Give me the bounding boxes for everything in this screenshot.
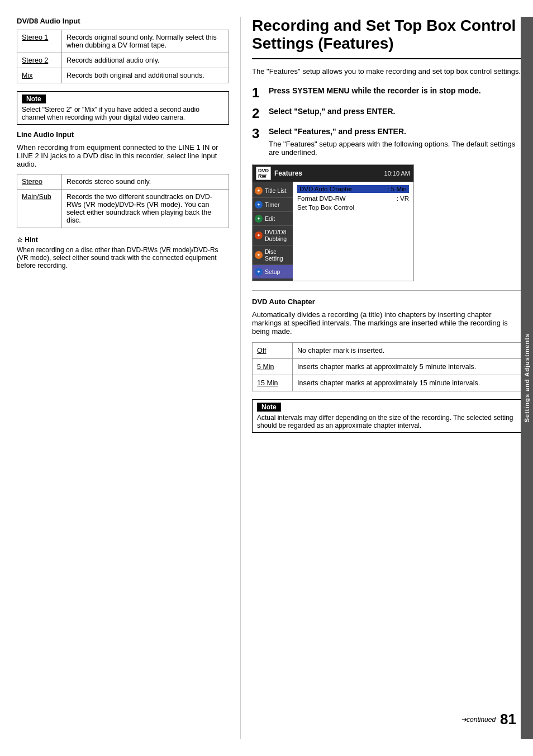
note-box-1: Note Select "Stereo 2" or "Mix" if you h… bbox=[17, 91, 229, 125]
table-row: 15 MinInserts chapter marks at approxima… bbox=[253, 375, 522, 391]
line-audio-intro: When recording from equipment connected … bbox=[17, 143, 229, 168]
line-audio-heading: Line Audio Input bbox=[17, 130, 229, 139]
step-1-number: 1 bbox=[252, 86, 263, 100]
features-sidebar: ●Title List●Timer●Edit●DVD/D8 Dubbing●Di… bbox=[253, 182, 293, 281]
step-2-text: Select "Setup," and press ENTER. bbox=[269, 106, 395, 117]
features-menu-body: ●Title List●Timer●Edit●DVD/D8 Dubbing●Di… bbox=[253, 182, 413, 281]
step-1: 1 Press SYSTEM MENU while the recorder i… bbox=[252, 86, 522, 100]
sidebar-item-title-list: ●Title List bbox=[253, 184, 293, 198]
row-desc: Inserts chapter marks at approximately 1… bbox=[293, 375, 522, 391]
chapter-table: OffNo chapter mark is inserted.5 MinInse… bbox=[252, 342, 522, 391]
sidebar-item-timer: ●Timer bbox=[253, 198, 293, 212]
dvd-icon: DVDRW bbox=[256, 167, 271, 180]
step-3-number: 3 bbox=[252, 126, 263, 141]
row-desc: Records original sound only. Normally se… bbox=[62, 30, 229, 53]
row-desc: Records the two different soundtracks on… bbox=[62, 190, 229, 228]
table-row: Stereo 2Records additional audio only. bbox=[17, 53, 229, 68]
row-desc: Inserts chapter marks at approximately 5… bbox=[293, 358, 522, 375]
dvd-auto-chapter-desc: Automatically divides a recording (a tit… bbox=[252, 310, 522, 336]
step-1-text: Press SYSTEM MENU while the recorder is … bbox=[269, 86, 481, 97]
dvd-auto-chapter-heading: DVD Auto Chapter bbox=[252, 297, 522, 306]
content-label: Set Top Box Control bbox=[297, 204, 354, 211]
features-menu-header: DVDRW Features 10:10 AM bbox=[253, 165, 413, 182]
sidebar-item-dvd/d8-dubbing: ●DVD/D8 Dubbing bbox=[253, 226, 293, 245]
step-3-sub: The "Features" setup appears with the fo… bbox=[269, 140, 522, 157]
sidebar-item-label: Title List bbox=[265, 187, 287, 194]
content-label: Format DVD-RW bbox=[297, 195, 346, 202]
table-row: MixRecords both original and additional … bbox=[17, 68, 229, 83]
note-text-1: Select "Stereo 2" or "Mix" if you have a… bbox=[22, 106, 224, 121]
row-label: Stereo 1 bbox=[17, 30, 62, 53]
features-menu-time: 10:10 AM bbox=[384, 170, 410, 177]
hint-section: ☆ Hint When recording on a disc other th… bbox=[17, 236, 229, 270]
hint-text: When recording on a disc other than DVD-… bbox=[17, 246, 229, 270]
row-label: Stereo 2 bbox=[17, 53, 62, 68]
sidebar-item-label: Disc Setting bbox=[265, 248, 291, 262]
left-column: DV/D8 Audio Input Stereo 1Records origin… bbox=[0, 17, 240, 739]
row-desc: Records both original and additional sou… bbox=[62, 68, 229, 83]
features-content-row: DVD Auto Chapter: 5 Min bbox=[297, 185, 409, 193]
sidebar-item-label: Timer bbox=[265, 201, 279, 208]
note-text-2: Actual intervals may differ depending on… bbox=[257, 414, 517, 429]
features-content: DVD Auto Chapter: 5 MinFormat DVD-RW: VR… bbox=[293, 182, 413, 281]
table-row: OffNo chapter mark is inserted. bbox=[253, 342, 522, 358]
sidebar-icon: ● bbox=[255, 231, 263, 239]
sidebar-icon: ● bbox=[255, 201, 263, 209]
table-row: Stereo 1Records original sound only. Nor… bbox=[17, 30, 229, 53]
note-label-1: Note bbox=[22, 94, 46, 103]
table-row: 5 MinInserts chapter marks at approximat… bbox=[253, 358, 522, 375]
row-label: Stereo bbox=[17, 174, 62, 190]
sidebar-item-label: Edit bbox=[265, 215, 275, 222]
intro-text: The "Features" setup allows you to make … bbox=[252, 67, 522, 75]
page-title: Recording and Set Top Box Control Settin… bbox=[252, 17, 522, 59]
hint-title: ☆ Hint bbox=[17, 236, 229, 244]
row-label: Mix bbox=[17, 68, 62, 83]
sidebar-icon: ● bbox=[255, 268, 263, 276]
dv-d8-heading: DV/D8 Audio Input bbox=[17, 17, 229, 25]
section-divider bbox=[252, 290, 522, 291]
features-content-row: Set Top Box Control bbox=[297, 204, 409, 211]
features-menu-title: Features bbox=[274, 169, 384, 177]
row-desc: Records stereo sound only. bbox=[62, 174, 229, 190]
sidebar-item-label: Setup bbox=[265, 268, 280, 275]
row-desc: Records additional audio only. bbox=[62, 53, 229, 68]
steps-list: 1 Press SYSTEM MENU while the recorder i… bbox=[252, 86, 522, 156]
note-label-2: Note bbox=[257, 403, 281, 412]
step-2: 2 Select "Setup," and press ENTER. bbox=[252, 106, 522, 121]
sidebar-item-label: DVD/D8 Dubbing bbox=[265, 229, 291, 242]
features-content-row: Format DVD-RW: VR bbox=[297, 195, 409, 202]
row-label: 5 Min bbox=[253, 358, 293, 375]
row-label: Main/Sub bbox=[17, 190, 62, 228]
dv-audio-table: Stereo 1Records original sound only. Nor… bbox=[17, 30, 229, 83]
page-number: 81 bbox=[500, 711, 516, 728]
sidebar-item-setup: ●Setup bbox=[253, 265, 293, 278]
content-label: DVD Auto Chapter bbox=[299, 186, 353, 192]
sidebar-icon: ● bbox=[255, 215, 263, 223]
step-2-number: 2 bbox=[252, 106, 263, 121]
sidebar-icon: ● bbox=[255, 251, 263, 259]
right-column: Recording and Set Top Box Control Settin… bbox=[240, 17, 533, 739]
row-desc: No chapter mark is inserted. bbox=[293, 342, 522, 358]
row-label: Off bbox=[253, 342, 293, 358]
page: DV/D8 Audio Input Stereo 1Records origin… bbox=[0, 0, 533, 756]
sidebar-icon: ● bbox=[255, 187, 263, 195]
continued-label: ➔continued bbox=[461, 716, 496, 724]
sidebar-label-text: Settings and Adjustments bbox=[524, 333, 530, 422]
note-box-2: Note Actual intervals may differ dependi… bbox=[252, 399, 522, 433]
sidebar-item-edit: ●Edit bbox=[253, 212, 293, 226]
page-footer: ➔continued 81 bbox=[461, 711, 516, 728]
content-value: : VR bbox=[397, 195, 409, 202]
table-row: Main/SubRecords the two different soundt… bbox=[17, 190, 229, 228]
step-3: 3 Select "Features," and press ENTER. Th… bbox=[252, 126, 522, 157]
step-3-text: Select "Features," and press ENTER. bbox=[269, 126, 522, 138]
sidebar-label: Settings and Adjustments bbox=[521, 17, 533, 739]
row-label: 15 Min bbox=[253, 375, 293, 391]
line-audio-table: StereoRecords stereo sound only.Main/Sub… bbox=[17, 174, 229, 228]
table-row: StereoRecords stereo sound only. bbox=[17, 174, 229, 190]
sidebar-item-disc-setting: ●Disc Setting bbox=[253, 245, 293, 265]
features-menu: DVDRW Features 10:10 AM ●Title List●Time… bbox=[252, 164, 414, 281]
content-value: : 5 Min bbox=[387, 186, 407, 192]
